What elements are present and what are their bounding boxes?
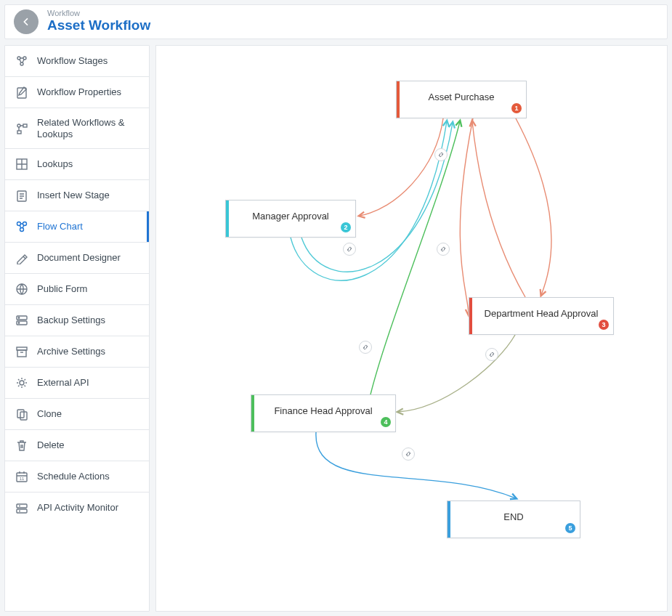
sidebar-item-label: Clone [37, 408, 139, 420]
sidebar-item-flowchart[interactable]: Flow Chart [5, 211, 149, 243]
link-icon[interactable] [359, 341, 372, 354]
node-number-badge: 2 [341, 222, 351, 232]
node-label: Finance Head Approval [274, 405, 372, 416]
flow-node-n5[interactable]: END5 [447, 500, 580, 538]
flow-node-n3[interactable]: Department Head Approval3 [469, 297, 614, 335]
node-label: Manager Approval [252, 211, 329, 222]
back-button[interactable] [14, 9, 39, 34]
page-title: Asset Workflow [47, 17, 150, 34]
schedule-icon [15, 470, 28, 483]
apimonitor-icon [15, 501, 28, 514]
sidebar-item-label: Related Workflows & Lookups [37, 117, 139, 139]
flow-edge [301, 123, 453, 272]
sidebar-item-apimonitor[interactable]: API Activity Monitor [5, 493, 149, 523]
sidebar-item-clone[interactable]: Clone [5, 399, 149, 430]
flow-edge [360, 118, 443, 216]
designer-icon [15, 251, 28, 264]
app-root: Workflow Asset Workflow Workflow StagesW… [0, 0, 672, 616]
insert-icon [15, 189, 28, 202]
properties-icon [15, 86, 28, 99]
sidebar-item-label: Workflow Properties [37, 86, 139, 98]
link-icon[interactable] [402, 447, 415, 461]
sidebar-item-label: API Activity Monitor [37, 502, 139, 514]
link-icon[interactable] [437, 243, 450, 256]
sidebar-item-label: Backup Settings [37, 315, 139, 326]
sidebar-item-label: Public Form [37, 283, 139, 295]
flow-node-n1[interactable]: Asset Purchase1 [396, 81, 527, 118]
breadcrumb: Workflow [47, 9, 150, 17]
node-color-bar [397, 81, 400, 118]
flow-edge [398, 335, 515, 412]
node-color-bar [251, 395, 254, 431]
flow-edge [371, 121, 460, 394]
page-header: Workflow Asset Workflow [4, 4, 668, 39]
sidebar-item-label: Archive Settings [37, 346, 139, 357]
sidebar-item-label: Workflow Stages [37, 55, 139, 67]
flow-edge [472, 121, 525, 297]
flow-node-n4[interactable]: Finance Head Approval4 [251, 394, 396, 432]
page-body: Workflow StagesWorkflow PropertiesRelate… [4, 45, 668, 612]
sidebar-item-lookups[interactable]: Lookups [5, 149, 149, 180]
link-icon[interactable] [343, 243, 356, 256]
sidebar-item-label: Document Designer [37, 252, 139, 264]
sidebar-item-related[interactable]: Related Workflows & Lookups [5, 108, 149, 149]
sidebar-item-label: Schedule Actions [37, 471, 139, 482]
sidebar-item-archive[interactable]: Archive Settings [5, 336, 149, 368]
clone-icon [15, 408, 28, 421]
node-number-badge: 4 [381, 417, 391, 427]
sidebar-item-delete[interactable]: Delete [5, 430, 149, 461]
sidebar-item-backup[interactable]: Backup Settings [5, 305, 149, 336]
sidebar-item-designer[interactable]: Document Designer [5, 243, 149, 274]
sidebar-item-label: Delete [37, 439, 139, 451]
flow-edge [516, 118, 551, 295]
sidebar-item-stages[interactable]: Workflow Stages [5, 46, 149, 77]
header-text: Workflow Asset Workflow [47, 9, 150, 34]
node-number-badge: 5 [565, 523, 575, 533]
sidebar-item-publicform[interactable]: Public Form [5, 274, 149, 305]
flowchart-icon [15, 220, 28, 233]
related-icon [15, 122, 28, 135]
sidebar-item-label: External API [37, 377, 139, 389]
archive-icon [15, 345, 28, 358]
node-color-bar [448, 501, 450, 538]
sidebar-item-insert[interactable]: Insert New Stage [5, 180, 149, 211]
flow-edge [316, 432, 516, 498]
link-icon[interactable] [485, 348, 498, 361]
stages-icon [15, 54, 28, 68]
flow-node-n2[interactable]: Manager Approval2 [225, 200, 356, 238]
link-icon[interactable] [434, 148, 448, 161]
node-label: Asset Purchase [428, 92, 494, 102]
node-color-bar [469, 298, 472, 334]
node-label: Department Head Approval [485, 308, 599, 319]
arrow-left-icon [20, 16, 32, 28]
delete-icon [15, 439, 28, 452]
sidebar-item-label: Lookups [37, 158, 139, 170]
backup-icon [15, 314, 28, 327]
api-icon [15, 376, 28, 389]
node-number-badge: 1 [511, 103, 522, 113]
node-label: END [503, 511, 523, 522]
publicform-icon [15, 283, 28, 296]
sidebar-item-properties[interactable]: Workflow Properties [5, 77, 149, 108]
sidebar-item-label: Flow Chart [37, 221, 139, 232]
sidebar-item-schedule[interactable]: Schedule Actions [5, 461, 149, 493]
sidebar: Workflow StagesWorkflow PropertiesRelate… [4, 45, 150, 612]
node-color-bar [226, 200, 229, 237]
sidebar-item-label: Insert New Stage [37, 190, 139, 201]
lookups-icon [15, 158, 28, 171]
sidebar-item-api[interactable]: External API [5, 368, 149, 399]
flow-edge [460, 118, 473, 315]
node-number-badge: 3 [599, 320, 609, 330]
flowchart-canvas[interactable]: Asset Purchase1Manager Approval2Departme… [155, 45, 668, 612]
